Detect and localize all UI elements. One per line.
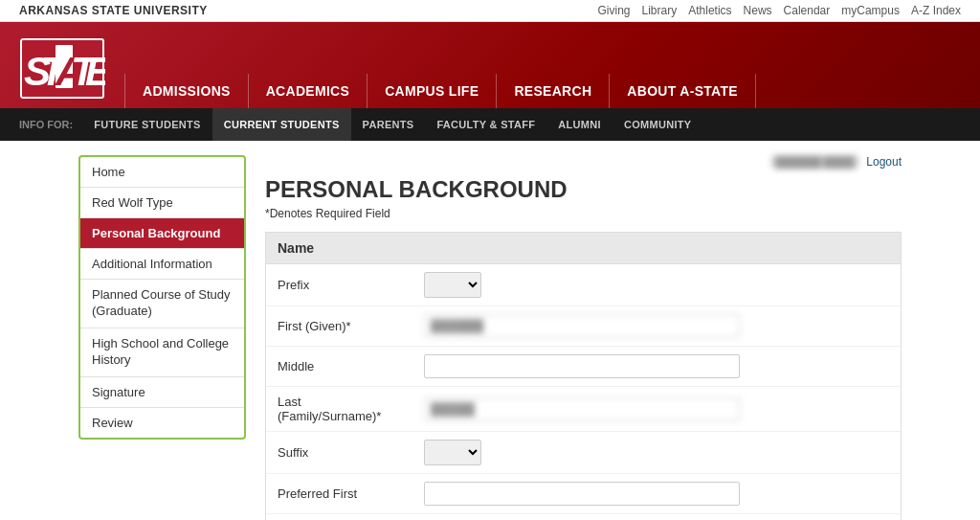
suffix-select[interactable]: Jr. Sr. II III xyxy=(424,440,481,465)
page-title: PERSONAL BACKGROUND xyxy=(265,176,902,203)
utility-link-library[interactable]: Library xyxy=(642,4,678,17)
utility-link-mycampus[interactable]: myCampus xyxy=(841,4,900,17)
sidebar-item-personal-background[interactable]: Personal Background xyxy=(80,218,244,249)
sidebar-item-home[interactable]: Home xyxy=(80,157,244,188)
svg-text:E: E xyxy=(85,49,105,94)
info-for-label: INFO FOR: xyxy=(19,119,73,130)
sidebar-item-red-wolf-type[interactable]: Red Wolf Type xyxy=(80,188,244,218)
table-row: Suffix Jr. Sr. II III xyxy=(266,432,901,474)
secondary-nav: INFO FOR: FUTURE STUDENTS CURRENT STUDEN… xyxy=(0,108,980,141)
content-wrapper: Home Red Wolf Type Personal Background A… xyxy=(59,141,921,520)
school-name: ARKANSAS STATE UNIVERSITY xyxy=(19,4,208,17)
secondary-nav-alumni[interactable]: ALUMNI xyxy=(546,108,612,141)
name-section-header: Name xyxy=(266,233,901,264)
utility-link-athletics[interactable]: Athletics xyxy=(688,4,731,17)
secondary-nav-community[interactable]: COMMUNITY xyxy=(612,108,703,141)
sidebar-item-planned-course[interactable]: Planned Course of Study (Graduate) xyxy=(80,280,244,328)
secondary-nav-faculty-staff[interactable]: FACULTY & STAFF xyxy=(425,108,546,141)
utility-link-azindex[interactable]: A-Z Index xyxy=(911,4,961,17)
preferred-first-label: Preferred First xyxy=(266,474,419,514)
required-note: *Denotes Required Field xyxy=(265,207,902,220)
suffix-label: Suffix xyxy=(266,432,419,474)
other-last-names-label: Other Last Names Used xyxy=(266,514,419,521)
last-input[interactable] xyxy=(424,397,740,421)
nav-research[interactable]: RESEARCH xyxy=(497,74,610,108)
utility-link-news[interactable]: News xyxy=(744,4,772,17)
logout-link[interactable]: Logout xyxy=(866,155,902,169)
nav-campus-life[interactable]: CAMPUS LIFE xyxy=(368,74,497,108)
middle-input[interactable] xyxy=(424,354,740,378)
secondary-nav-future-students[interactable]: FUTURE STUDENTS xyxy=(82,108,212,141)
name-section: Name Prefix Mr. Ms. Mrs. Dr. xyxy=(265,232,902,520)
logo-area: S T A T E xyxy=(19,38,105,101)
table-row: Preferred First xyxy=(266,474,901,514)
prefix-label: Prefix xyxy=(266,264,419,306)
sidebar-item-review[interactable]: Review xyxy=(80,408,244,438)
sidebar: Home Red Wolf Type Personal Background A… xyxy=(78,155,246,440)
utility-bar: ARKANSAS STATE UNIVERSITY Giving Library… xyxy=(0,0,980,22)
sidebar-item-additional-information[interactable]: Additional Information xyxy=(80,249,244,280)
prefix-select[interactable]: Mr. Ms. Mrs. Dr. xyxy=(424,272,481,298)
form-area: ██████ ████ Logout PERSONAL BACKGROUND *… xyxy=(265,155,902,520)
nav-about-astate[interactable]: ABOUT A-STATE xyxy=(610,74,756,108)
table-row: Other Last Names Used xyxy=(266,514,901,521)
table-row: First (Given)* xyxy=(266,306,901,347)
table-row: Middle xyxy=(266,347,901,387)
state-logo-svg: S T A T E xyxy=(19,37,105,100)
nav-admissions[interactable]: ADMISSIONS xyxy=(124,74,249,108)
main-header: S T A T E ADMISSIONS ACADEMICS CAMPUS LI… xyxy=(0,22,980,108)
logo: S T A T E xyxy=(19,37,105,102)
secondary-nav-parents[interactable]: PARENTS xyxy=(351,108,426,141)
logout-bar: ██████ ████ Logout xyxy=(265,155,902,169)
first-given-input[interactable] xyxy=(424,314,740,338)
utility-link-calendar[interactable]: Calendar xyxy=(784,4,831,17)
last-label: Last (Family/Surname)* xyxy=(266,387,419,432)
utility-links: Giving Library Athletics News Calendar m… xyxy=(598,4,962,17)
secondary-nav-current-students[interactable]: CURRENT STUDENTS xyxy=(212,108,351,141)
table-row: Last (Family/Surname)* xyxy=(266,387,901,432)
logo-box: S T A T E xyxy=(19,38,105,101)
sidebar-item-signature[interactable]: Signature xyxy=(80,377,244,408)
main-nav: ADMISSIONS ACADEMICS CAMPUS LIFE RESEARC… xyxy=(124,74,961,108)
user-name: ██████ ████ xyxy=(771,155,858,169)
middle-label: Middle xyxy=(266,347,419,387)
nav-academics[interactable]: ACADEMICS xyxy=(249,74,368,108)
utility-link-giving[interactable]: Giving xyxy=(598,4,631,17)
preferred-first-input[interactable] xyxy=(424,482,740,506)
name-form-table: Prefix Mr. Ms. Mrs. Dr. First xyxy=(266,264,901,520)
sidebar-item-high-school-history[interactable]: High School and College History xyxy=(80,328,244,377)
table-row: Prefix Mr. Ms. Mrs. Dr. xyxy=(266,264,901,306)
first-given-label: First (Given)* xyxy=(266,306,419,347)
